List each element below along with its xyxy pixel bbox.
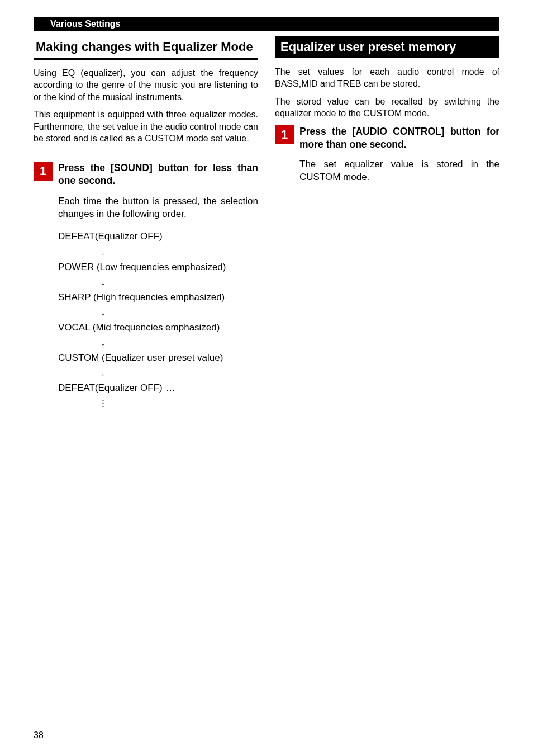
step-number-badge: 1 — [34, 162, 53, 181]
right-step-1: 1 Press the [AUDIO CONTROL] button for m… — [275, 125, 499, 151]
down-arrow-icon: ↓ — [101, 367, 258, 379]
left-column: Making changes with Equalizer Mode Using… — [34, 36, 258, 409]
right-section-title: Equalizer user preset memory — [275, 36, 499, 58]
breadcrumb: Various Settings — [34, 17, 499, 31]
down-arrow-icon: ↓ — [101, 247, 258, 258]
left-paragraph-2: This equipment is equipped with three eq… — [34, 108, 258, 145]
right-paragraph-1: The set values for each audio control mo… — [275, 66, 499, 90]
sequence-item: SHARP (High frequencies emphasized) — [58, 291, 258, 304]
right-step-body: The set equalizer value is stored in the… — [299, 158, 499, 184]
right-column: Equalizer user preset memory The set val… — [275, 36, 499, 409]
two-column-layout: Making changes with Equalizer Mode Using… — [34, 36, 499, 409]
down-arrow-icon: ↓ — [101, 277, 258, 288]
left-step-body: Each time the button is pressed, the sel… — [58, 195, 258, 221]
right-step-heading: Press the [AUDIO CONTROL] button for mor… — [299, 125, 499, 151]
sequence-item: DEFEAT(Equalizer OFF) — [58, 230, 258, 243]
step-number-badge: 1 — [275, 125, 294, 144]
ellipsis-vertical-icon: ⋮ — [98, 398, 258, 409]
down-arrow-icon: ↓ — [101, 307, 258, 318]
sequence-item: VOCAL (Mid frequencies emphasized) — [58, 322, 258, 334]
sequence-item-label: DEFEAT(Equalizer OFF) — [58, 382, 163, 393]
left-step-heading: Press the [SOUND] button for less than o… — [58, 162, 258, 187]
sequence-item: DEFEAT(Equalizer OFF)… — [58, 382, 258, 394]
right-paragraph-2: The stored value can be recalled by swit… — [275, 96, 499, 120]
ellipsis-horizontal-icon: … — [166, 382, 175, 393]
sequence-item: POWER (Low frequencies emphasized) — [58, 261, 258, 273]
left-step-1: 1 Press the [SOUND] button for less than… — [34, 162, 258, 187]
left-section-title: Making changes with Equalizer Mode — [34, 36, 258, 60]
sequence-item: CUSTOM (Equalizer user preset value) — [58, 352, 258, 364]
left-paragraph-1: Using EQ (equalizer), you can adjust the… — [34, 67, 258, 103]
down-arrow-icon: ↓ — [101, 337, 258, 348]
page-number: 38 — [34, 730, 44, 740]
